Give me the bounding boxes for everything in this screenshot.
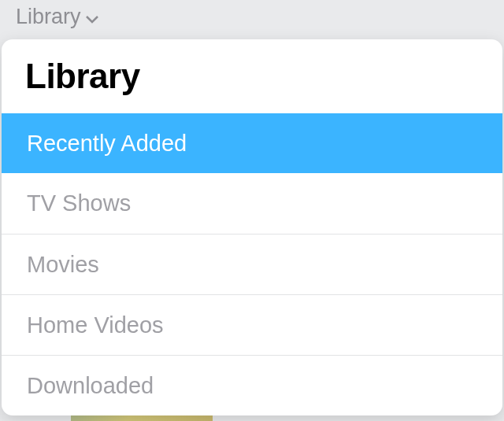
menu-item-tv-shows[interactable]: TV Shows xyxy=(2,173,502,234)
nav-label: Library xyxy=(16,5,81,29)
library-menu-list: Recently Added TV Shows Movies Home Vide… xyxy=(2,113,502,415)
popover-title: Library xyxy=(2,39,502,113)
menu-item-home-videos[interactable]: Home Videos xyxy=(2,295,502,356)
menu-item-label: Home Videos xyxy=(27,312,164,338)
chevron-down-icon xyxy=(85,5,99,29)
menu-item-label: TV Shows xyxy=(27,190,131,216)
menu-item-label: Downloaded xyxy=(27,373,154,398)
menu-item-recently-added[interactable]: Recently Added xyxy=(2,113,502,173)
menu-item-downloaded[interactable]: Downloaded xyxy=(2,356,502,415)
menu-item-label: Recently Added xyxy=(27,131,187,156)
menu-item-movies[interactable]: Movies xyxy=(2,235,502,295)
library-nav-trigger[interactable]: Library xyxy=(16,5,99,29)
menu-item-label: Movies xyxy=(27,252,99,277)
library-popover: Library Recently Added TV Shows Movies H… xyxy=(2,39,502,415)
